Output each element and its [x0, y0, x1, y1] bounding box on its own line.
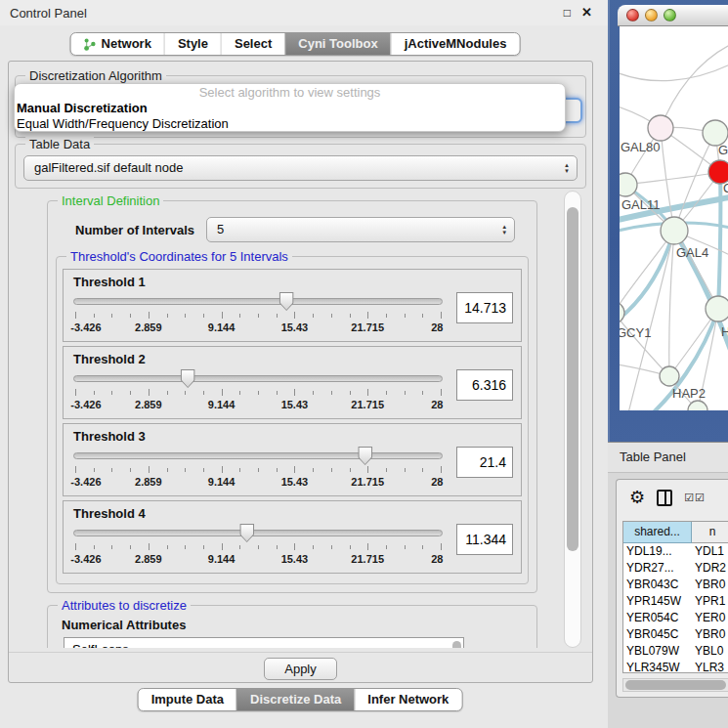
panel-scrollbar[interactable] — [564, 191, 581, 648]
slider-ticks — [75, 389, 441, 397]
node-label: HAP2 — [672, 386, 706, 401]
threshold-label: Threshold 4 — [73, 506, 513, 521]
tab-network[interactable]: Network — [71, 33, 164, 55]
tab-cyni-toolbox[interactable]: Cyni Toolbox — [284, 33, 390, 55]
number-of-intervals-combobox[interactable]: 5 ▲▼ — [206, 217, 515, 242]
tab-infer-network[interactable]: Infer Network — [354, 689, 461, 710]
cyni-toolbox-panel: Discretization Algorithm Select algorith… — [8, 61, 593, 683]
node-label: G — [718, 143, 728, 157]
table-hscrollbar-thumb[interactable] — [625, 680, 726, 690]
slider-track[interactable] — [73, 375, 443, 382]
control-panel-title: Control Panel — [10, 6, 87, 21]
column-header-shared-name[interactable]: shared... — [623, 522, 692, 543]
network-window-titlebar — [618, 5, 728, 26]
threshold-panel: Threshold 1 -3.4262.8599.14415.4321.7152… — [63, 269, 522, 342]
close-window-icon[interactable]: ✕ — [581, 5, 592, 21]
slider-thumb[interactable] — [358, 447, 372, 465]
slider-track[interactable] — [73, 530, 443, 536]
network-icon — [84, 38, 97, 51]
threshold-panel: Threshold 4 -3.4262.8599.14415.4321.7152… — [63, 500, 522, 574]
table-panel-header: Table Panel — [608, 442, 728, 473]
table-row[interactable]: YDL19...YDL1 — [623, 543, 728, 560]
table-row[interactable]: YLR345WYLR3 — [623, 660, 728, 673]
network-node-gal11[interactable] — [620, 173, 637, 196]
tab-select[interactable]: Select — [221, 33, 284, 55]
network-node-gal80[interactable] — [648, 115, 673, 141]
attributes-group-label: Attributes to discretize — [58, 598, 191, 613]
threshold-slider[interactable]: -3.4262.8599.14415.4321.71528 — [73, 524, 443, 567]
table-row[interactable]: YBR045CYBR0 — [623, 626, 728, 643]
number-of-intervals-label: Number of Intervals — [75, 223, 194, 237]
checkbox-icons[interactable]: ☑☑ — [684, 492, 706, 504]
slider-tick-labels: -3.4262.8599.14415.4321.71528 — [75, 399, 441, 410]
table-row[interactable]: YER054CYER0 — [623, 610, 728, 626]
table-panel-area: ⚙ ☑☑ shared... n YDL19...YDL1YDR27...YDR… — [608, 473, 728, 728]
panel-scrollbar-thumb[interactable] — [567, 207, 578, 551]
node-label: GCY1 — [620, 325, 651, 340]
slider-thumb[interactable] — [279, 292, 294, 311]
mac-zoom-button[interactable] — [664, 9, 676, 21]
threshold-value-field[interactable]: 6.316 — [456, 369, 513, 401]
network-node-gal4[interactable] — [661, 217, 688, 244]
control-panel-tabbar: NetworkStyleSelectCyni ToolboxjActiveMNo… — [70, 32, 521, 56]
tab-discretize-data[interactable]: Discretize Data — [236, 689, 354, 710]
table-data-combobox[interactable]: galFiltered.sif default node ▲▼ — [23, 155, 578, 181]
combobox-stepper-icon: ▲▼ — [564, 158, 570, 174]
table-row[interactable]: YPR145WYPR1 — [623, 593, 728, 610]
apply-button[interactable]: Apply — [264, 658, 337, 680]
network-view-canvas[interactable]: GAL80GCGAL11GAL4GCY1HHAP2 — [620, 26, 728, 410]
node-label: GAL80 — [621, 140, 660, 154]
node-label: H — [721, 324, 728, 339]
slider-tick-labels: -3.4262.8599.14415.4321.71528 — [75, 476, 441, 488]
interval-definition-label: Interval Definition — [58, 193, 163, 208]
slider-track[interactable] — [73, 452, 443, 459]
table-row[interactable]: YDR27...YDR2 — [623, 560, 728, 577]
network-node-gcy1[interactable] — [620, 302, 624, 323]
slider-thumb[interactable] — [239, 524, 254, 542]
control-panel-titlebar: Control Panel □ ✕ — [0, 0, 608, 25]
threshold-value-field[interactable]: 11.344 — [456, 524, 513, 555]
number-of-intervals-row: Number of Intervals 5 ▲▼ — [75, 217, 536, 242]
slider-thumb[interactable] — [181, 369, 195, 388]
threshold-slider[interactable]: -3.4262.8599.14415.4321.71528 — [73, 447, 443, 490]
threshold-slider[interactable]: -3.4262.8599.14415.4321.71528 — [73, 292, 443, 335]
threshold-slider[interactable]: -3.4262.8599.14415.4321.71528 — [73, 369, 443, 412]
thresholds-group-label: Threshold's Coordinates for 5 Intervals — [66, 249, 292, 264]
slider-track[interactable] — [73, 298, 443, 305]
table-data-group: Table Data galFiltered.sif default node … — [15, 144, 586, 189]
table-row[interactable]: YBR043CYBR0 — [623, 577, 728, 593]
tab-impute-data[interactable]: Impute Data — [139, 689, 236, 710]
algorithm-option-manual[interactable]: Manual Discretization — [15, 101, 565, 116]
threshold-label: Threshold 3 — [73, 429, 513, 444]
list-scrollbar[interactable] — [452, 641, 461, 648]
table-row[interactable]: YBL079WYBL0 — [623, 643, 728, 660]
tab-jactivemnodules[interactable]: jActiveMNodules — [391, 33, 520, 55]
network-node-h[interactable] — [706, 296, 728, 321]
mac-close-button[interactable] — [626, 9, 639, 21]
column-layout-icon[interactable] — [657, 490, 672, 506]
node-label: C — [723, 181, 728, 195]
thresholds-group: Threshold's Coordinates for 5 Intervals … — [56, 256, 529, 584]
apply-row: Apply — [9, 652, 592, 683]
combobox-stepper-icon: ▲▼ — [501, 220, 507, 236]
tab-style[interactable]: Style — [164, 33, 221, 55]
slider-tick-labels: -3.4262.8599.14415.4321.71528 — [75, 553, 441, 565]
numerical-attributes-list[interactable]: SelfLoopsTopologicalCoefficientBetweenne… — [64, 637, 464, 648]
screen: Control Panel □ ✕ NetworkStyleSelectCyni… — [0, 0, 728, 728]
threshold-panel: Threshold 2 -3.4262.8599.14415.4321.7152… — [63, 346, 522, 419]
column-header-name[interactable]: n — [692, 522, 728, 543]
float-window-icon[interactable]: □ — [564, 5, 571, 21]
node-label: GAL11 — [621, 197, 661, 212]
mac-minimize-button[interactable] — [645, 9, 658, 21]
threshold-value-field[interactable]: 14.713 — [456, 292, 513, 323]
node-table[interactable]: shared... n YDL19...YDL1YDR27...YDR2YBR0… — [622, 521, 728, 673]
algorithm-option-equal-width[interactable]: Equal Width/Frequency Discretization — [15, 116, 565, 132]
gear-icon[interactable]: ⚙ — [629, 489, 645, 506]
network-node-hap2[interactable] — [660, 366, 679, 386]
table-hscrollbar[interactable] — [622, 678, 728, 692]
slider-ticks — [75, 466, 441, 474]
discretization-algorithm-label: Discretization Algorithm — [25, 68, 166, 83]
threshold-value-field[interactable]: 21.4 — [456, 447, 513, 478]
cyni-bottom-tabbar: Impute DataDiscretize DataInfer Network — [138, 688, 463, 711]
attribute-item[interactable]: SelfLoops — [64, 641, 463, 648]
